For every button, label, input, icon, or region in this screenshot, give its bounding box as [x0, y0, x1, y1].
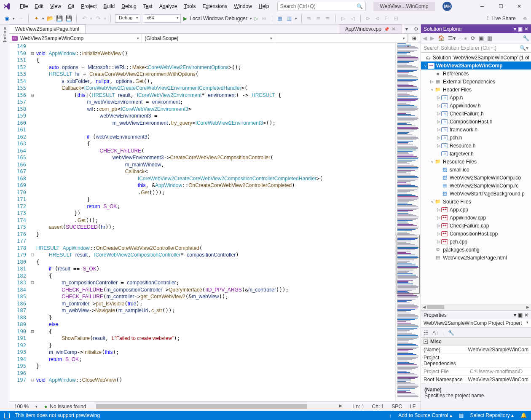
- save-all-icon[interactable]: 💾: [65, 15, 72, 22]
- user-avatar[interactable]: MH: [442, 2, 452, 11]
- tree-node[interactable]: 🖼small.ico: [421, 166, 531, 174]
- tree-node[interactable]: ▷hCompositionHost.h: [421, 118, 531, 126]
- start-debug-icon[interactable]: ▶: [183, 16, 187, 21]
- tree-node[interactable]: ▿📁Source Files: [421, 198, 531, 206]
- props-wrench-icon[interactable]: 🔧: [448, 330, 454, 336]
- tree-node[interactable]: ▷hAppWindow.h: [421, 102, 531, 110]
- ln-label[interactable]: Ln: 1: [353, 404, 365, 409]
- save-icon[interactable]: 💾: [56, 15, 63, 22]
- close-button[interactable]: ✕: [510, 0, 528, 12]
- tb-i3[interactable]: ≣: [306, 15, 313, 22]
- se-refresh-icon[interactable]: ⟳: [471, 35, 475, 41]
- nav-scope[interactable]: (Global Scope): [142, 34, 275, 43]
- pin-icon[interactable]: 📌: [384, 27, 389, 32]
- tree-node[interactable]: ▿📁Resource Files: [421, 158, 531, 166]
- toolbox-strip[interactable]: Toolbox: [0, 24, 9, 411]
- tabs-gear-icon[interactable]: ⚙: [411, 24, 421, 33]
- tb-i2[interactable]: ▥: [286, 15, 292, 22]
- platform-combo[interactable]: x64: [143, 14, 181, 23]
- add-source-control[interactable]: Add to Source Control ▴: [398, 412, 452, 418]
- tree-node[interactable]: ▷hCheckFailure.h: [421, 110, 531, 118]
- menu-file[interactable]: File: [17, 2, 31, 11]
- tb-i8[interactable]: ⊳: [365, 15, 372, 22]
- menu-help[interactable]: Help: [256, 2, 272, 11]
- undo-icon[interactable]: ↶: [81, 15, 88, 22]
- tree-node[interactable]: ▷++App.cpp: [421, 206, 531, 214]
- menu-window[interactable]: Window: [231, 2, 255, 11]
- minimap[interactable]: ▲: [395, 43, 421, 401]
- code-editor[interactable]: 149 150 151 152 153 154 155 156 157 158 …: [9, 43, 421, 401]
- tb-i4[interactable]: ≣: [315, 15, 322, 22]
- nav-back-icon[interactable]: ◉: [3, 15, 10, 22]
- props-object-combo[interactable]: WebView2SampleWinComp Project Propert▾: [421, 319, 531, 328]
- live-share-icon[interactable]: ⤴: [486, 16, 489, 21]
- attach-icon[interactable]: ⊕: [261, 15, 268, 22]
- select-repository[interactable]: Select Repository ▴: [470, 412, 514, 418]
- tabs-overflow-icon[interactable]: ▾: [402, 24, 411, 33]
- tree-node[interactable]: htargetver.h: [421, 150, 531, 158]
- se-collapse-icon[interactable]: ▣: [479, 35, 484, 41]
- menu-analyze[interactable]: Analyze: [156, 2, 180, 11]
- solution-node[interactable]: 🗂Solution 'WebView2SampleWinComp' (1 of: [421, 54, 531, 62]
- lf-label[interactable]: LF: [410, 404, 416, 409]
- open-icon[interactable]: 📂: [47, 15, 54, 22]
- tb-i7[interactable]: ◁: [349, 15, 356, 22]
- menu-test[interactable]: Test: [140, 2, 156, 11]
- feedback-icon[interactable]: ☺: [523, 16, 528, 21]
- minimap-viewport[interactable]: [397, 235, 420, 294]
- start-nodebug-icon[interactable]: ▷: [255, 16, 258, 21]
- se-sync-icon[interactable]: ⟐: [464, 35, 467, 41]
- se-fwd-icon[interactable]: ▶: [430, 35, 434, 41]
- tree-node[interactable]: 🖼WebView2SampleWinComp.ico: [421, 174, 531, 182]
- tree-node[interactable]: ▷++CheckFailure.cpp: [421, 222, 531, 230]
- notifications-icon[interactable]: 🔔: [520, 412, 527, 418]
- live-share-label[interactable]: Live Share: [491, 16, 515, 21]
- props-close-icon[interactable]: ✕: [524, 312, 528, 318]
- tb-i1[interactable]: ▦: [276, 15, 283, 22]
- tree-node[interactable]: ▷hApp.h: [421, 94, 531, 102]
- menu-project[interactable]: Project: [78, 2, 99, 11]
- props-alpha-icon[interactable]: A↓: [432, 330, 438, 336]
- tree-node[interactable]: 🖼WebViewStartPageBackground.p: [421, 190, 531, 198]
- horizontal-scrollbar[interactable]: ◀ ▶: [96, 404, 343, 409]
- debugger-label[interactable]: Local Windows Debugger: [190, 16, 247, 21]
- panel-close-icon[interactable]: ✕: [524, 26, 528, 32]
- props-categorized-icon[interactable]: ☷: [424, 330, 428, 336]
- menu-edit[interactable]: Edit: [32, 2, 46, 11]
- panel-dropdown-icon[interactable]: ▾: [514, 26, 516, 32]
- tb-i9[interactable]: ⊲: [374, 15, 381, 22]
- tb-i10[interactable]: ⚐: [384, 15, 390, 22]
- tree-node[interactable]: ▤WebView2SamplePage.html: [421, 254, 531, 262]
- solution-tree[interactable]: 🗂Solution 'WebView2SampleWinComp' (1 of▿…: [421, 53, 531, 304]
- se-showall-icon[interactable]: ▥: [487, 35, 492, 41]
- nav-project[interactable]: ++WebView2SampleWinComp: [9, 34, 142, 43]
- tb-i6[interactable]: ▷: [340, 15, 347, 22]
- new-project-icon[interactable]: ✦: [33, 15, 40, 22]
- tree-node[interactable]: ▷hpch.h: [421, 134, 531, 142]
- se-back-icon[interactable]: ◀: [423, 35, 427, 41]
- menu-tools[interactable]: Tools: [181, 2, 198, 11]
- tree-node[interactable]: ▷hResource.h: [421, 142, 531, 150]
- panel-pin-icon[interactable]: ▣: [518, 26, 523, 32]
- tree-node[interactable]: ▤WebView2SampleWinComp.rc: [421, 182, 531, 190]
- tab-close-icon[interactable]: ✕: [392, 26, 396, 32]
- ch-label[interactable]: Ch: 1: [372, 404, 384, 409]
- tree-node[interactable]: ■References: [421, 70, 531, 78]
- tab-html[interactable]: WebView2SamplePage.html: [9, 24, 86, 33]
- redo-icon[interactable]: ↷: [95, 15, 102, 22]
- se-home-icon[interactable]: 🏠: [438, 35, 445, 41]
- props-pin-icon[interactable]: ▣: [518, 312, 523, 318]
- quick-search[interactable]: Search (Ctrl+Q) 🔍: [277, 2, 366, 11]
- zoom-label[interactable]: 100 %: [14, 404, 29, 409]
- status-icon[interactable]: [4, 413, 10, 418]
- tree-node[interactable]: ▿📁Header Files: [421, 86, 531, 94]
- tab-cpp[interactable]: AppWindow.cpp📌✕: [339, 24, 402, 33]
- menu-git[interactable]: Git: [65, 2, 77, 11]
- minimize-button[interactable]: ─: [473, 0, 491, 12]
- source-control-icon[interactable]: ↑: [389, 412, 392, 419]
- se-search[interactable]: Search Solution Explorer (Ctrl+;) 🔍▾: [421, 43, 531, 53]
- tree-node[interactable]: ▷hframework.h: [421, 126, 531, 134]
- tb-i11[interactable]: ⊞: [393, 15, 400, 22]
- tb-i5[interactable]: ≣: [324, 15, 331, 22]
- tree-node[interactable]: ▷++pch.cpp: [421, 238, 531, 246]
